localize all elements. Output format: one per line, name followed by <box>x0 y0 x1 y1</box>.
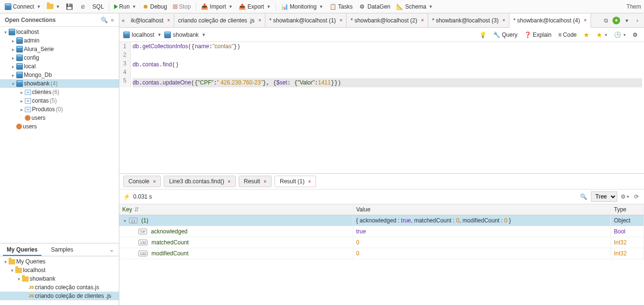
path-db[interactable]: showbank▼ <box>164 32 206 38</box>
tab-result[interactable]: Result × <box>239 176 272 187</box>
result-row[interactable]: T/Facknowledged true Bool <box>119 226 644 237</box>
open-button[interactable]: ▼ <box>45 3 62 10</box>
tree-db[interactable]: ▸admin <box>0 36 119 45</box>
chevron-down-icon: ▼ <box>56 4 60 9</box>
monitoring-button[interactable]: 📊Monitoring▼ <box>279 2 325 11</box>
bool-badge-icon: T/F <box>138 229 147 234</box>
tree-connection[interactable]: ▾localhost <box>0 28 119 36</box>
editor-tab[interactable]: ik@localhost× <box>127 13 174 28</box>
code-editor[interactable]: 12345 db.getCollectionInfos({name:"conta… <box>119 42 644 87</box>
tab-my-queries[interactable]: My Queries <box>0 243 44 256</box>
editor-tab[interactable]: criando coleção de clientes .js× <box>174 13 265 28</box>
collection-icon <box>25 90 31 95</box>
sql-button[interactable]: SQL <box>91 2 106 11</box>
tab-line3[interactable]: Line3 db.contas.find() × <box>164 176 236 187</box>
tree-db[interactable]: ▸config <box>0 53 119 62</box>
debug-button[interactable]: Debug <box>140 2 169 11</box>
close-icon[interactable]: × <box>153 179 156 184</box>
search-icon[interactable]: 🔍 <box>101 17 108 23</box>
format-button[interactable]: ⎚ <box>77 2 89 11</box>
tree-collection[interactable]: ▸clientes (6) <box>0 88 119 96</box>
connect-label: Connect <box>13 3 34 10</box>
column-type[interactable]: Type <box>611 204 644 215</box>
debug-label: Debug <box>150 3 167 10</box>
favorite-icon[interactable]: ★▾ <box>594 30 610 40</box>
gear-icon[interactable]: ⚙▾ <box>621 193 629 200</box>
import-button[interactable]: 📥Import▼ <box>199 2 235 11</box>
queries-conn[interactable]: ▾localhost <box>0 266 119 274</box>
folder-icon <box>15 268 22 273</box>
object-badge-icon: { } <box>129 218 137 223</box>
column-key[interactable]: Key ⇵ <box>119 204 353 215</box>
export-button[interactable]: 📤Export▼ <box>237 2 273 11</box>
bug-icon <box>142 3 149 10</box>
result-row[interactable]: 132modifiedCount 0 Int32 <box>119 248 644 259</box>
tab-samples[interactable]: Samples <box>44 243 80 256</box>
explain-button[interactable]: ❓Explain <box>522 31 554 39</box>
lightning-icon: ⚡ <box>123 193 130 200</box>
queries-file[interactable]: JS criando coleção contas.js <box>0 283 119 292</box>
collection-icon <box>25 107 31 112</box>
tree-users[interactable]: users <box>0 114 119 122</box>
close-icon[interactable]: × <box>584 18 587 23</box>
path-host[interactable]: localhost▼ <box>123 32 161 38</box>
new-tab-button[interactable]: + <box>612 17 620 24</box>
result-row[interactable]: 132matchedCount 0 Int32 <box>119 237 644 248</box>
run-button[interactable]: Run▼ <box>112 2 138 11</box>
search-icon[interactable]: 🔍 <box>580 193 587 200</box>
close-icon[interactable]: × <box>340 18 343 23</box>
close-icon[interactable]: × <box>502 18 505 23</box>
int-badge-icon: 132 <box>138 240 148 245</box>
code-area[interactable]: db.getCollectionInfos({name:"contas"}) d… <box>131 42 644 87</box>
connect-button[interactable]: Connect▼ <box>3 2 43 11</box>
close-icon[interactable]: × <box>167 18 170 23</box>
close-icon[interactable]: × <box>264 179 266 184</box>
close-icon[interactable]: × <box>421 18 424 23</box>
database-icon <box>16 37 23 44</box>
database-icon <box>9 29 15 35</box>
expand-icon[interactable]: ⌄ <box>105 243 119 256</box>
tree-db[interactable]: ▸local <box>0 62 119 71</box>
save-button[interactable]: 💾 <box>64 2 75 11</box>
schema-button[interactable]: 📐Schema▼ <box>394 2 435 11</box>
toggle-button[interactable]: 💡 <box>477 31 489 39</box>
tab-console[interactable]: Console × <box>123 176 161 187</box>
tree-collection[interactable]: ▸contas (5) <box>0 96 119 105</box>
tabs-scroll-left[interactable]: « <box>119 17 127 24</box>
tree-db[interactable]: ▸Mongo_Db <box>0 71 119 79</box>
editor-tab-active[interactable]: * showbank@localhost (4)× <box>509 13 591 28</box>
chevron-down-icon[interactable]: ▾ <box>623 17 631 24</box>
tab-result-1[interactable]: Result (1) × <box>274 176 316 187</box>
history-icon[interactable]: 🕒▾ <box>612 31 628 39</box>
settings-icon[interactable]: ⚙ <box>630 31 640 39</box>
editor-tab[interactable]: * showbank@localhost (1)× <box>265 13 347 28</box>
close-icon[interactable]: × <box>258 18 261 23</box>
favorite-add-icon[interactable]: ★ <box>581 30 592 40</box>
refresh-icon[interactable]: ⟳ <box>633 193 640 200</box>
editor-tab[interactable]: * showbank@localhost (3)× <box>428 13 509 28</box>
split-view-icon[interactable]: ⧉ <box>602 17 610 24</box>
queries-file[interactable]: JS criando coleção de clientes .js <box>0 292 119 300</box>
column-value[interactable]: Value <box>353 204 611 215</box>
tasks-button[interactable]: 📋Tasks <box>327 2 355 11</box>
queries-root[interactable]: ▾My Queries <box>0 257 119 266</box>
database-icon <box>164 32 171 38</box>
datagen-button[interactable]: ⚙DataGen <box>357 2 392 11</box>
query-button[interactable]: 🔧Query <box>491 31 520 39</box>
tabs-scroll-right[interactable]: › <box>633 17 641 24</box>
folder-icon <box>22 276 29 282</box>
close-icon[interactable]: × <box>308 179 311 184</box>
code-button[interactable]: ≡Code <box>556 31 579 39</box>
collapse-icon[interactable]: « <box>111 17 114 23</box>
tree-db-showbank[interactable]: ▾showbank (4) <box>0 79 119 88</box>
close-icon[interactable]: × <box>228 179 231 184</box>
editor-tab[interactable]: * showbank@localhost (2)× <box>347 13 428 28</box>
queries-folder[interactable]: ▾showbank <box>0 274 119 283</box>
tree-users[interactable]: users <box>0 122 119 131</box>
tree-db[interactable]: ▸Alura_Serie <box>0 45 119 53</box>
result-row-root[interactable]: ▾{ }(1) { acknowledged : true, matchedCo… <box>119 215 644 226</box>
view-mode-select[interactable]: Tree <box>591 191 617 202</box>
tree-collection[interactable]: ▸Produtos (0) <box>0 105 119 114</box>
stop-button[interactable]: Stop <box>171 2 193 11</box>
chevron-down-icon: ▼ <box>132 4 137 9</box>
